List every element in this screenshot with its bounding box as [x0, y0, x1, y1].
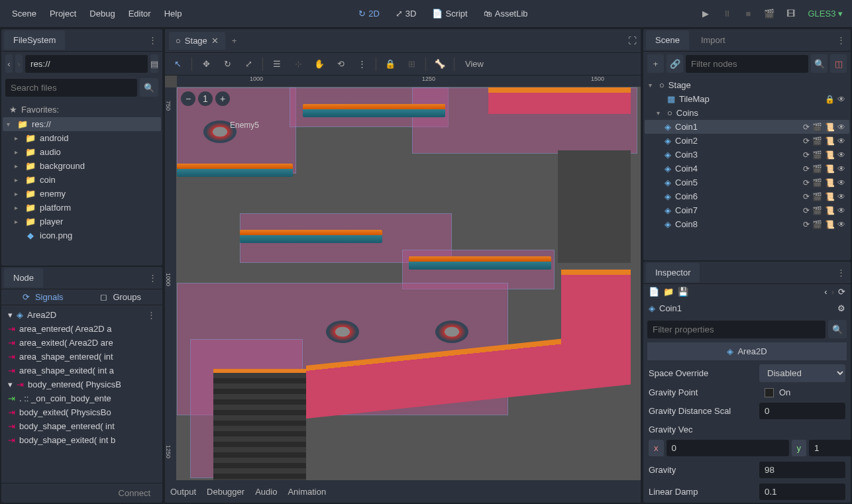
- signal-connection[interactable]: ⇥. :: _on_coin_body_ente: [3, 391, 161, 405]
- object-tools-icon[interactable]: ⚙: [837, 303, 845, 313]
- scene-coin7[interactable]: ◈Coin7⟳🎬📜👁: [645, 203, 849, 217]
- visible-icon[interactable]: 👁: [837, 95, 845, 104]
- fs-folder-audio[interactable]: ▸📁audio: [3, 145, 161, 159]
- filesystem-tab[interactable]: FileSystem: [4, 30, 65, 50]
- add-node-icon[interactable]: +: [647, 54, 664, 73]
- forward-icon[interactable]: ›: [15, 54, 23, 73]
- zoom-in-icon[interactable]: +: [215, 91, 230, 106]
- pivot-icon[interactable]: ⊹: [290, 56, 307, 73]
- scene-coin8[interactable]: ◈Coin8⟳🎬📜👁: [645, 217, 849, 231]
- play-icon[interactable]: ▶: [698, 6, 714, 22]
- node-menu-icon[interactable]: ⋮: [143, 273, 162, 283]
- viewport[interactable]: 1000 1250 1500 750 1000 1250 − 1 +: [165, 76, 641, 480]
- view-menu[interactable]: View: [460, 56, 489, 73]
- lock-icon[interactable]: 🔒: [382, 56, 399, 73]
- scene-tilemap[interactable]: ▦TileMap🔒👁: [645, 92, 849, 106]
- history-fwd-icon[interactable]: ›: [831, 287, 834, 297]
- renderer-label[interactable]: GLES3 ▾: [804, 9, 847, 19]
- scene-open-icon[interactable]: 🎬: [812, 123, 822, 132]
- select-tool-icon[interactable]: ↖: [169, 56, 186, 73]
- node-tab[interactable]: Node: [4, 268, 43, 287]
- menu-help[interactable]: Help: [158, 6, 189, 21]
- menu-scene[interactable]: Scene: [5, 6, 43, 21]
- prop-gravity-point-checkbox[interactable]: [765, 388, 774, 397]
- back-icon[interactable]: ‹: [5, 54, 13, 73]
- tab-output[interactable]: Output: [170, 487, 196, 497]
- prop-gravity[interactable]: [759, 462, 845, 478]
- connect-button[interactable]: Connect: [112, 485, 157, 501]
- bone-icon[interactable]: 🦴: [431, 56, 449, 73]
- pan-tool-icon[interactable]: ✋: [311, 56, 328, 73]
- signal-badge-icon[interactable]: ⟳: [803, 123, 810, 132]
- inspector-filter[interactable]: [647, 321, 825, 338]
- inspector-menu-icon[interactable]: ⋮: [831, 268, 851, 277]
- prop-space-override[interactable]: Disabled: [759, 364, 845, 382]
- move-tool-icon[interactable]: ✥: [197, 56, 215, 73]
- new-resource-icon[interactable]: 📄: [649, 287, 659, 297]
- script-icon[interactable]: 📜: [825, 123, 835, 132]
- menu-editor[interactable]: Editor: [122, 6, 158, 21]
- fs-folder-player[interactable]: ▸📁player: [3, 215, 161, 228]
- prop-gravity-vec-x[interactable]: [666, 440, 789, 456]
- ruler-tool-icon[interactable]: ⟲: [332, 56, 349, 73]
- game-canvas[interactable]: Enemy5: [177, 87, 641, 480]
- stop-icon[interactable]: ■: [740, 6, 756, 22]
- scene-tab-stage[interactable]: ○Stage ✕: [169, 32, 225, 50]
- workspace-3d[interactable]: ⤢ 3D: [389, 5, 423, 23]
- scene-coin5[interactable]: ◈Coin5⟳🎬📜👁: [645, 176, 849, 189]
- scene-menu-icon[interactable]: ⋮: [831, 35, 851, 45]
- fs-folder-android[interactable]: ▸📁android: [3, 131, 161, 145]
- zoom-out-icon[interactable]: −: [181, 91, 195, 106]
- signal-area-shape-entered[interactable]: ⇥area_shape_entered( int: [3, 350, 161, 364]
- instance-icon[interactable]: 🔗: [666, 54, 683, 73]
- more-icon[interactable]: ⋮: [353, 56, 370, 73]
- signal-body-shape-entered[interactable]: ⇥body_shape_entered( int: [3, 419, 161, 433]
- scene-search-icon[interactable]: 🔍: [811, 54, 827, 73]
- signal-area-shape-exited[interactable]: ⇥area_shape_exited( int a: [3, 364, 161, 378]
- menu-project[interactable]: Project: [43, 6, 83, 21]
- fs-folder-platform[interactable]: ▸📁platform: [3, 201, 161, 215]
- tab-animation[interactable]: Animation: [288, 487, 326, 497]
- rotate-tool-icon[interactable]: ↻: [219, 56, 236, 73]
- signal-body-shape-exited[interactable]: ⇥body_shape_exited( int b: [3, 433, 161, 447]
- close-icon[interactable]: ✕: [211, 36, 219, 46]
- inspector-search-icon[interactable]: 🔍: [828, 320, 847, 338]
- group-lock-icon[interactable]: ⊞: [403, 56, 420, 73]
- fs-folder-background[interactable]: ▸📁background: [3, 159, 161, 173]
- scene-extra-icon[interactable]: ◫: [830, 54, 847, 73]
- inspector-tab[interactable]: Inspector: [646, 263, 700, 282]
- history-back-icon[interactable]: ‹: [824, 287, 827, 297]
- workspace-script[interactable]: 📄 Script: [425, 5, 474, 23]
- lock-icon[interactable]: 🔒: [825, 95, 835, 104]
- history-icon[interactable]: ⟳: [838, 287, 845, 297]
- play-custom-icon[interactable]: 🎞: [782, 6, 798, 22]
- prop-linear-damp[interactable]: [759, 483, 845, 500]
- menu-debug[interactable]: Debug: [83, 6, 121, 21]
- distraction-free-icon[interactable]: ⛶: [628, 36, 637, 46]
- signal-body-exited[interactable]: ⇥body_exited( PhysicsBo: [3, 405, 161, 419]
- fs-root[interactable]: ▾📁res://: [3, 117, 161, 131]
- path-input[interactable]: [25, 55, 148, 73]
- list-select-icon[interactable]: ☰: [268, 56, 286, 73]
- signal-body-entered[interactable]: ▾⇥body_entered( PhysicsB: [3, 378, 161, 391]
- play-scene-icon[interactable]: 🎬: [761, 6, 777, 22]
- scene-tab[interactable]: Scene: [646, 30, 689, 50]
- scene-filter[interactable]: [686, 55, 808, 73]
- scene-root[interactable]: ▾○Stage: [645, 78, 849, 92]
- prop-gravity-vec-y[interactable]: [809, 440, 852, 456]
- scene-coins[interactable]: ▾○Coins: [645, 106, 849, 120]
- inspector-class-section[interactable]: ◈Area2D: [647, 342, 847, 360]
- add-tab-icon[interactable]: +: [225, 32, 244, 50]
- scene-coin6[interactable]: ◈Coin6⟳🎬📜👁: [645, 189, 849, 203]
- zoom-reset-icon[interactable]: 1: [198, 91, 213, 106]
- import-tab[interactable]: Import: [692, 30, 735, 50]
- save-resource-icon[interactable]: 💾: [678, 287, 688, 297]
- filesystem-search[interactable]: [5, 79, 137, 97]
- scene-coin4[interactable]: ◈Coin4⟳🎬📜👁: [645, 162, 849, 176]
- visible-icon[interactable]: 👁: [837, 123, 845, 132]
- load-resource-icon[interactable]: 📁: [663, 287, 674, 297]
- tab-audio[interactable]: Audio: [255, 487, 277, 497]
- layout-icon[interactable]: ▤: [150, 54, 158, 73]
- groups-tab[interactable]: ◻Groups: [100, 292, 141, 302]
- scale-tool-icon[interactable]: ⤢: [240, 56, 257, 73]
